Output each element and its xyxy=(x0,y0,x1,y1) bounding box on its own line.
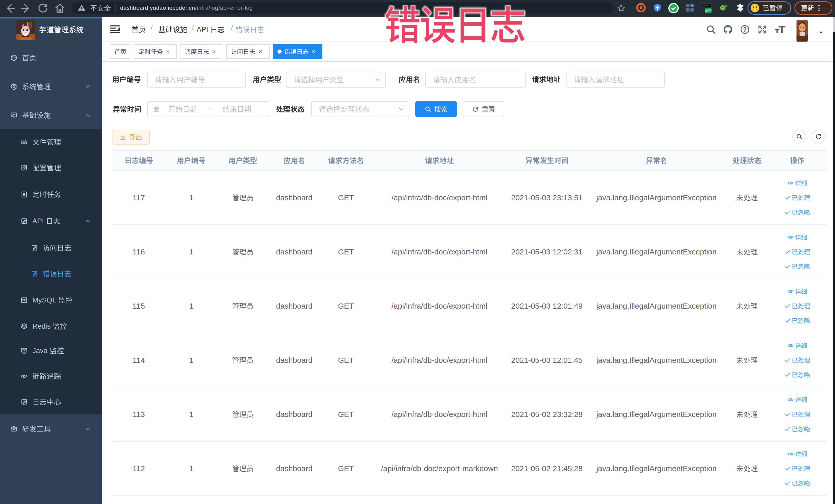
svg-text:OFF: OFF xyxy=(705,9,712,13)
